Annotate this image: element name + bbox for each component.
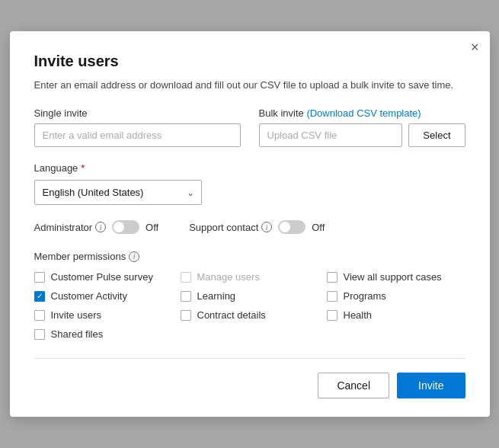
footer-row: Cancel Invite <box>34 358 465 398</box>
support-toggle-group: Support contact i Off <box>189 220 325 234</box>
admin-info-icon[interactable]: i <box>95 222 106 232</box>
language-select-wrapper: English (United States) Spanish French G… <box>34 180 202 205</box>
email-input[interactable] <box>34 123 241 147</box>
perm-label: Contract details <box>197 309 266 321</box>
support-state-label: Off <box>312 222 325 233</box>
cancel-button[interactable]: Cancel <box>318 373 389 398</box>
checkbox[interactable] <box>181 291 191 302</box>
checkbox[interactable] <box>327 272 337 283</box>
perm-label: Shared files <box>51 328 104 340</box>
permissions-section: Member permissions i Customer Pulse surv… <box>34 251 465 340</box>
checkmark-icon: ✓ <box>37 293 43 300</box>
perm-item[interactable]: Manage users <box>181 271 319 283</box>
perm-item[interactable]: Contract details <box>181 309 319 321</box>
permissions-grid: Customer Pulse surveyManage usersView al… <box>34 271 465 340</box>
support-toggle[interactable] <box>278 220 305 234</box>
single-invite-label: Single invite <box>34 107 241 119</box>
invite-row: Single invite Bulk invite (Download CSV … <box>34 107 465 147</box>
checkbox[interactable] <box>181 310 191 321</box>
download-csv-link[interactable]: (Download CSV template) <box>306 107 421 119</box>
perm-item[interactable]: ✓Customer Activity <box>34 290 173 302</box>
close-button[interactable]: × <box>471 40 479 54</box>
bulk-row: Select <box>259 123 465 147</box>
perm-label: Manage users <box>197 271 260 283</box>
invite-users-modal: × Invite users Enter an email address or… <box>10 31 490 418</box>
bulk-invite-col: Bulk invite (Download CSV template) Sele… <box>259 107 465 147</box>
perm-label: Programs <box>344 290 386 302</box>
single-invite-col: Single invite <box>34 107 241 147</box>
checkbox <box>181 272 191 283</box>
checkbox[interactable] <box>34 310 45 321</box>
checkbox[interactable] <box>327 291 337 302</box>
checkbox[interactable]: ✓ <box>34 291 45 302</box>
bulk-invite-label: Bulk invite (Download CSV template) <box>259 107 465 119</box>
support-label: Support contact i <box>189 222 272 233</box>
required-marker: * <box>81 162 85 174</box>
checkbox[interactable] <box>34 329 45 340</box>
modal-overlay: × Invite users Enter an email address or… <box>0 0 499 448</box>
admin-label: Administrator i <box>34 222 107 233</box>
checkbox[interactable] <box>327 310 337 321</box>
checkbox[interactable] <box>34 272 45 283</box>
perm-label: Learning <box>197 290 236 302</box>
support-info-icon[interactable]: i <box>261 222 272 232</box>
perm-label: Customer Pulse survey <box>51 271 153 283</box>
perm-item[interactable]: Health <box>327 309 465 321</box>
invite-button[interactable]: Invite <box>397 373 465 398</box>
modal-title: Invite users <box>34 53 465 70</box>
perm-label: Customer Activity <box>51 290 127 302</box>
perm-item[interactable] <box>181 328 319 340</box>
permissions-title: Member permissions i <box>34 251 465 262</box>
csv-upload-input[interactable] <box>259 123 403 147</box>
perm-label: View all support cases <box>344 271 442 283</box>
perm-item[interactable]: Invite users <box>34 309 173 321</box>
perm-item[interactable]: View all support cases <box>327 271 465 283</box>
toggles-row: Administrator i Off Support contact i <box>34 220 465 234</box>
select-button[interactable]: Select <box>408 123 465 147</box>
permissions-info-icon[interactable]: i <box>129 251 139 262</box>
admin-toggle-group: Administrator i Off <box>34 220 159 234</box>
admin-state-label: Off <box>146 222 158 233</box>
language-select[interactable]: English (United States) Spanish French G… <box>34 180 202 205</box>
perm-item[interactable]: Programs <box>327 290 465 302</box>
perm-item[interactable]: Shared files <box>34 328 173 340</box>
modal-description: Enter an email address or download and f… <box>34 78 465 93</box>
perm-label: Invite users <box>51 309 101 321</box>
language-label: Language * <box>34 162 465 174</box>
perm-item[interactable]: Learning <box>181 290 319 302</box>
perm-item[interactable]: Customer Pulse survey <box>34 271 173 283</box>
admin-toggle[interactable] <box>112 220 139 234</box>
perm-item[interactable] <box>327 328 465 340</box>
perm-label: Health <box>344 309 373 321</box>
